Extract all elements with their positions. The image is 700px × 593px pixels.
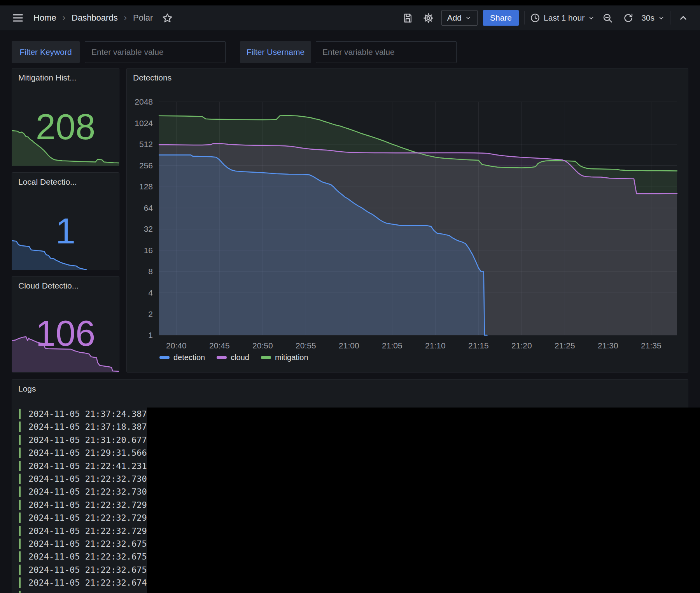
log-level-bar: [19, 486, 21, 497]
chevron-down-icon: [465, 14, 472, 21]
panel-title: Detections: [133, 73, 172, 82]
log-level-bar: [19, 422, 21, 432]
x-axis-tick-label: 20:40: [166, 341, 187, 350]
log-level-bar: [19, 448, 21, 458]
legend-item-detection[interactable]: detection: [159, 353, 205, 362]
breadcrumb: Home › Dashboards › Polar: [31, 11, 155, 24]
y-axis-tick-label: 2048: [135, 97, 153, 106]
add-button[interactable]: Add: [441, 10, 478, 26]
log-timestamp: 2024-11-05 21:22:32.675: [28, 565, 147, 575]
y-axis-tick-label: 2: [148, 310, 153, 318]
top-black-strip: [0, 0, 700, 5]
stat-panel-local-detections: Local Detectio... 1: [12, 172, 119, 270]
panel-title: Local Detectio...: [18, 177, 77, 187]
log-timestamp: 2024-11-05 21:22:32.729: [28, 500, 147, 510]
y-axis-tick-label: 256: [139, 161, 153, 170]
chart-legend: detectioncloudmitigation: [159, 353, 308, 362]
dashboard-settings-button[interactable]: [421, 10, 436, 26]
log-level-bar: [19, 435, 21, 445]
legend-label: mitigation: [275, 353, 308, 362]
legend-color-pill: [261, 356, 271, 359]
panel-title: Mitigation Hist...: [18, 73, 76, 82]
x-axis-tick-label: 20:50: [252, 341, 273, 350]
legend-color-pill: [159, 356, 170, 359]
stat-value-cloud: 106: [12, 315, 119, 351]
filter-username-input[interactable]: [316, 41, 457, 63]
log-timestamp: 2024-11-05 21:29:31.566: [28, 448, 147, 458]
x-axis-tick-label: 20:55: [296, 341, 316, 350]
hamburger-icon: [12, 12, 24, 24]
redacted-log-content: [147, 408, 700, 593]
y-axis-tick-label: 1: [148, 331, 153, 339]
panel-title: Logs: [18, 384, 36, 394]
y-axis-tick-label: 32: [144, 224, 153, 233]
log-timestamp: 2024-11-05 21:22:32.730: [28, 474, 147, 484]
x-axis-tick-label: 21:05: [382, 341, 402, 350]
share-button-label: Share: [490, 13, 512, 23]
add-button-label: Add: [447, 13, 462, 23]
log-timestamp: 2024-11-05 21:22:41.231: [28, 461, 147, 471]
zoom-out-icon: [602, 13, 613, 23]
filter-keyword-input[interactable]: [85, 41, 226, 63]
log-level-bar: [19, 526, 21, 536]
detections-chart-plot[interactable]: 20481024512256128643216842120:4020:4520:…: [127, 68, 688, 372]
y-axis-tick-label: 4: [148, 288, 153, 297]
legend-item-mitigation[interactable]: mitigation: [261, 353, 308, 362]
y-axis-tick-label: 1024: [135, 119, 153, 128]
y-axis-tick-label: 8: [148, 267, 153, 276]
chevron-up-icon: [678, 13, 688, 23]
log-level-bar: [19, 409, 21, 419]
x-axis-tick-label: 21:20: [511, 341, 532, 350]
gear-icon: [423, 13, 434, 23]
time-range-label: Last 1 hour: [544, 13, 584, 23]
panel-title: Cloud Detectio...: [18, 281, 79, 290]
menu-button[interactable]: [9, 9, 26, 26]
y-axis-tick-label: 128: [139, 182, 153, 191]
x-axis-tick-label: 21:10: [425, 341, 446, 350]
share-button[interactable]: Share: [483, 10, 519, 26]
y-axis-tick-label: 16: [144, 246, 153, 255]
x-axis-tick-label: 21:15: [468, 341, 489, 350]
stat-panel-mitigation-history: Mitigation Hist... 208: [12, 68, 119, 166]
legend-color-pill: [217, 356, 227, 359]
log-timestamp: 2024-11-05 21:22:32.729: [28, 526, 147, 536]
log-level-bar: [19, 539, 21, 549]
x-axis-tick-label: 20:45: [209, 341, 230, 350]
legend-item-cloud[interactable]: cloud: [217, 353, 249, 362]
x-axis-tick-label: 21:35: [641, 341, 662, 350]
log-level-bar: [19, 461, 21, 471]
log-timestamp: 2024-11-05 21:31:20.677: [28, 435, 147, 445]
zoom-out-time-button[interactable]: [600, 10, 615, 26]
refresh-interval-picker[interactable]: 30s: [641, 13, 665, 23]
log-level-bar: [19, 577, 21, 588]
favorite-button[interactable]: [160, 10, 175, 26]
detections-chart-panel: Detections 20481024512256128643216842120…: [126, 68, 688, 373]
save-icon: [402, 13, 413, 23]
legend-label: detection: [173, 353, 205, 362]
log-timestamp: 2024-11-05 21:37:18.387: [28, 422, 147, 432]
log-level-bar: [19, 500, 21, 510]
x-axis-tick-label: 21:30: [598, 341, 618, 350]
log-timestamp: 2024-11-05 21:37:24.387: [28, 409, 147, 419]
time-range-picker[interactable]: Last 1 hour: [530, 13, 595, 23]
log-level-bar: [19, 591, 21, 593]
filter-username-label[interactable]: Filter Username: [240, 41, 311, 63]
log-timestamp: 2024-11-05 21:22:32.674: [28, 577, 147, 588]
refresh-interval-label: 30s: [641, 13, 654, 23]
filter-keyword-label[interactable]: Filter Keyword: [12, 41, 80, 63]
stat-value-mitigation: 208: [12, 109, 119, 145]
nav-divider: [670, 11, 670, 24]
x-axis-tick-label: 21:00: [339, 341, 359, 350]
log-level-bar: [19, 513, 21, 523]
breadcrumb-dashboards[interactable]: Dashboards: [69, 11, 120, 24]
clock-icon: [530, 13, 540, 23]
refresh-button[interactable]: [621, 10, 636, 26]
chevron-down-icon: [658, 15, 665, 21]
breadcrumb-home[interactable]: Home: [31, 11, 59, 24]
collapse-nav-button[interactable]: [676, 10, 691, 25]
save-dashboard-button[interactable]: [400, 10, 415, 26]
y-axis-tick-label: 64: [144, 203, 153, 212]
log-timestamp: 2024-11-05 21:22:32.675: [28, 551, 147, 562]
nav-divider: [524, 11, 525, 24]
breadcrumb-separator: ›: [63, 13, 65, 23]
